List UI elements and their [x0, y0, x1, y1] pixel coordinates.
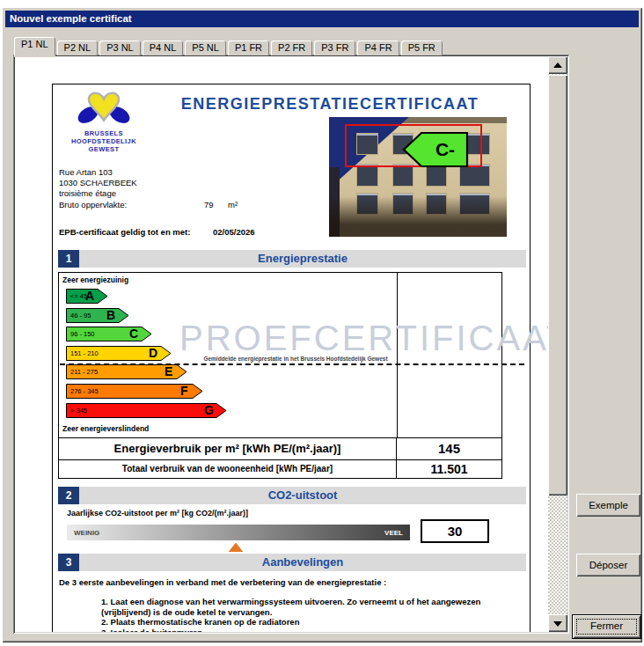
certificate-dialog: Nouvel exemple certificat P1 NLP2 NLP3 N… [2, 7, 642, 642]
energy-class-E: 211 - 275E [66, 364, 227, 379]
co2-marker-icon [229, 543, 243, 552]
scrollbar-thumb[interactable] [548, 75, 567, 496]
scroll-up-icon [553, 62, 562, 68]
section3-title: Aanbevelingen [79, 554, 526, 571]
co2-label: Jaarlijkse CO2-uitstoot per m² [kg CO2/(… [67, 509, 248, 518]
average-performance-note: Gemiddelde energieprestatie in het Bruss… [137, 356, 454, 362]
tab-p2-nl[interactable]: P2 NL [57, 40, 99, 55]
logo-region-line2: HOOFDSTEDELIJK [69, 137, 139, 145]
section2-title: CO2-uitstoot [79, 487, 526, 504]
validity-date: 02/05/2026 [213, 227, 255, 237]
section-co2-header: 2 CO2-uitstoot [58, 487, 526, 504]
energy-class-F: 276 - 345F [66, 384, 227, 399]
energy-letter-label: G [204, 403, 214, 418]
gross-area-unit: m² [228, 200, 238, 209]
energy-letter-label: E [165, 364, 172, 379]
tab-p1-fr[interactable]: P1 FR [228, 40, 269, 55]
tab-p5-nl[interactable]: P5 NL [185, 40, 226, 55]
consumption-row1-value: 145 [397, 438, 501, 459]
tab-p2-fr[interactable]: P2 FR [271, 40, 312, 55]
recommendation-item: 2. Plaats thermostatische kranen op de r… [101, 617, 488, 628]
section1-title: Energieprestatie [79, 250, 526, 268]
consumption-row2-value: 11.501 [397, 460, 501, 478]
energy-class-G: > 345G [66, 403, 227, 418]
energy-letter-label: B [106, 308, 115, 323]
certificate-page: BRUSSELS HOOFDSTEDELIJK GEWEST ENERGIEPR… [52, 84, 531, 632]
brussels-region-logo: BRUSSELS HOOFDSTEDELIJK GEWEST [69, 88, 139, 153]
gross-area-line: Bruto oppervlakte: 79 m² [59, 200, 127, 209]
focus-rectangle [576, 619, 637, 635]
certificate-viewport: BRUSSELS HOOFDSTEDELIJK GEWEST ENERGIEPR… [15, 56, 548, 632]
dialog-titlebar[interactable]: Nouvel exemple certificat [5, 11, 639, 27]
average-performance-dashed-line [60, 363, 524, 365]
photo-shadow [329, 196, 507, 237]
consumption-table: Energieverbruik per m² [kWh PE/(m².jaar)… [58, 438, 502, 479]
watermark-text: PROEFCERTIFICAAT [179, 319, 548, 358]
energy-rating-marker: C- [402, 131, 469, 168]
tab-p5-fr[interactable]: P5 FR [401, 40, 443, 55]
address-floor: troisième étage [59, 188, 137, 199]
logo-region-line3: GEWEST [69, 145, 139, 153]
tab-p3-nl[interactable]: P3 NL [99, 40, 141, 55]
rating-letter: C- [421, 131, 469, 168]
validity-line: EPB-certificaat geldig tot en met: 02/05… [59, 227, 190, 237]
vertical-scrollbar[interactable] [548, 56, 567, 632]
energy-range-label: 96 - 150 [70, 330, 95, 338]
deposer-button[interactable]: Déposer [576, 554, 640, 576]
scrollbar-up-button[interactable] [548, 56, 567, 74]
co2-high-label: VEEL [384, 529, 403, 537]
co2-low-label: WEINIG [74, 529, 99, 537]
section3-number: 3 [58, 554, 79, 571]
energy-class-A: <= 45A [66, 289, 227, 304]
dialog-title: Nouvel exemple certificat [10, 13, 132, 24]
tab-p4-fr[interactable]: P4 FR [357, 40, 399, 55]
energy-letter-label: F [180, 384, 188, 399]
energy-range-label: 151 - 210 [70, 349, 99, 357]
co2-gradient-bar: WEINIG VEEL [67, 525, 410, 540]
photo-window [357, 165, 377, 185]
certificate-panel: BRUSSELS HOOFDSTEDELIJK GEWEST ENERGIEPR… [13, 55, 569, 634]
consumption-row2-label: Totaal verbruik van de wooneenheid [kWh … [59, 460, 397, 478]
tab-p4-nl[interactable]: P4 NL [143, 40, 184, 55]
energy-range-label: > 345 [70, 407, 87, 415]
recommendations-list: 1. Laat een diagnose van het verwarmings… [101, 597, 488, 632]
section2-number: 2 [58, 487, 79, 504]
energy-arrow-icon [66, 403, 227, 418]
section-aanbevelingen-header: 3 Aanbevelingen [58, 554, 526, 571]
tab-strip: P1 NLP2 NLP3 NLP4 NLP5 NLP1 FRP2 FRP3 FR… [14, 36, 444, 55]
energy-scale-bottom-label: Zeer energieverslindend [62, 424, 149, 433]
address-block: Rue Artan 103 1030 SCHAERBEEK troisième … [59, 167, 137, 199]
tab-p1-nl[interactable]: P1 NL [14, 37, 55, 55]
energy-letter-label: C [129, 327, 138, 341]
energy-scale-top-label: Zeer energiezuinig [62, 275, 128, 284]
logo-region-line1: BRUSSELS [69, 129, 139, 137]
section1-number: 1 [58, 250, 79, 268]
validity-label: EPB-certificaat geldig tot en met: [59, 227, 190, 237]
recommendation-item: 3. Isoleer de buitenmuren [101, 628, 488, 633]
address-city: 1030 SCHAERBEEK [59, 178, 137, 188]
fermer-button[interactable]: Fermer [572, 614, 641, 639]
address-street: Rue Artan 103 [59, 167, 137, 178]
gross-area-value: 79 [204, 200, 214, 209]
energy-range-label: 276 - 345 [70, 387, 99, 395]
recommendation-item: 1. Laat een diagnose van het verwarmings… [101, 597, 488, 617]
consumption-row1-label: Energieverbruik per m² [kWh PE/(m².jaar)… [59, 438, 397, 459]
section-energieprestatie-header: 1 Energieprestatie [58, 250, 526, 268]
iris-logo-icon [75, 88, 133, 125]
scroll-down-icon [553, 621, 562, 627]
co2-value-box: 30 [421, 519, 489, 543]
energy-range-label: 211 - 275 [70, 368, 98, 376]
table-row: Totaal verbruik van de wooneenheid [kWh … [59, 460, 501, 478]
gross-area-label: Bruto oppervlakte: [59, 200, 127, 209]
table-row: Energieverbruik per m² [kWh PE/(m².jaar)… [59, 438, 501, 460]
recommendations-intro: De 3 eerste aanbevelingen in verband met… [59, 577, 516, 587]
exemple-button[interactable]: Exemple [576, 494, 640, 517]
tab-p3-fr[interactable]: P3 FR [314, 40, 355, 55]
energy-range-label: 46 - 95 [70, 312, 91, 319]
scrollbar-down-button[interactable] [548, 614, 567, 632]
energy-letter-label: A [85, 289, 94, 304]
certificate-title: ENERGIEPRESTATIECERTIFICAAT [150, 95, 510, 114]
